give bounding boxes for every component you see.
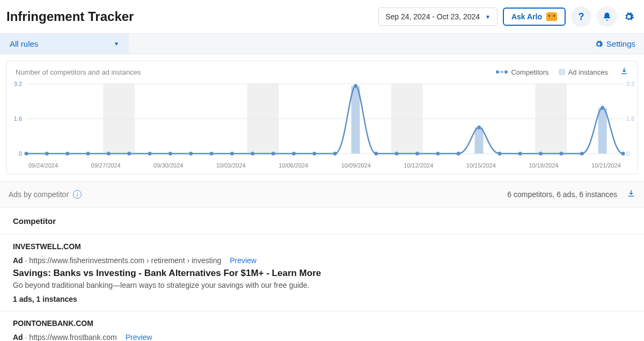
legend-competitors: Competitors xyxy=(496,68,548,76)
competitor-name: INVESTWELL.COM xyxy=(13,242,631,251)
ad-url: https://www.fisherinvestments.com › reti… xyxy=(29,256,221,265)
x-tick: 10/18/2024 xyxy=(529,162,558,169)
competitor-row: POINTONEBANK.COM Ad · https://www.frostb… xyxy=(0,311,644,341)
preview-link[interactable]: Preview xyxy=(230,256,257,265)
svg-text:0: 0 xyxy=(19,150,22,157)
x-tick: 10/03/2024 xyxy=(216,162,246,169)
chart-title: Number of competitors and ad instances xyxy=(16,68,141,76)
svg-point-20 xyxy=(107,152,111,156)
filter-toolbar: All rules ▼ Settings xyxy=(0,33,644,54)
svg-point-34 xyxy=(395,152,399,156)
svg-point-18 xyxy=(65,152,69,156)
chart-x-axis: 09/24/202409/27/202409/30/202410/03/2024… xyxy=(7,161,637,169)
info-icon[interactable]: i xyxy=(73,190,82,199)
help-icon: ? xyxy=(579,11,584,23)
svg-point-40 xyxy=(518,152,522,156)
chart-card: Number of competitors and ad instances C… xyxy=(6,61,638,175)
download-icon xyxy=(620,67,628,75)
ad-url: https://www.frostbank.com xyxy=(29,333,116,341)
summary-stats: 6 competitors, 6 ads, 6 instances xyxy=(507,190,617,199)
x-tick: 09/30/2024 xyxy=(153,162,183,169)
svg-point-31 xyxy=(333,152,337,156)
bell-icon xyxy=(602,12,612,21)
svg-point-37 xyxy=(457,152,460,156)
ask-arlo-button[interactable]: Ask Arlo xyxy=(503,8,566,26)
ad-url-line: Ad · https://www.frostbank.com Preview xyxy=(13,333,631,341)
svg-point-36 xyxy=(436,152,440,156)
legend-competitors-label: Competitors xyxy=(511,68,548,76)
svg-point-27 xyxy=(251,152,254,156)
ad-description: Go beyond traditional banking—learn ways… xyxy=(13,281,631,289)
ad-prefix: Ad xyxy=(13,256,23,265)
svg-point-41 xyxy=(539,152,543,156)
settings-link[interactable]: Settings xyxy=(586,39,644,48)
svg-point-30 xyxy=(312,152,316,156)
svg-point-32 xyxy=(354,84,357,88)
svg-point-33 xyxy=(374,152,378,156)
svg-point-23 xyxy=(169,152,172,156)
column-header: Competitor xyxy=(0,208,644,235)
notifications-button[interactable] xyxy=(597,6,617,27)
ad-url-line: Ad · https://www.fisherinvestments.com ›… xyxy=(13,256,631,265)
chart-header: Number of competitors and ad instances C… xyxy=(7,61,637,81)
help-button[interactable]: ? xyxy=(571,6,591,27)
summary-bar: Ads by competitor i 6 competitors, 6 ads… xyxy=(0,181,644,208)
chart-legend: Competitors Ad instances xyxy=(496,67,628,77)
svg-text:3.2: 3.2 xyxy=(626,81,634,87)
download-table-button[interactable] xyxy=(627,189,635,200)
svg-text:1.6: 1.6 xyxy=(626,115,634,122)
svg-point-29 xyxy=(292,152,296,156)
legend-ad-instances-label: Ad instances xyxy=(568,68,608,76)
date-range-label: Sep 24, 2024 - Oct 23, 2024 xyxy=(385,12,480,21)
competitor-list: INVESTWELL.COM Ad · https://www.fisherin… xyxy=(0,235,644,341)
svg-point-44 xyxy=(601,106,604,110)
svg-text:0: 0 xyxy=(626,150,630,157)
svg-point-39 xyxy=(497,152,501,156)
svg-point-42 xyxy=(559,152,563,156)
summary-right: 6 competitors, 6 ads, 6 instances xyxy=(507,189,635,200)
svg-rect-15 xyxy=(598,108,607,154)
page-title: Infringement Tracker xyxy=(6,9,134,24)
chevron-down-icon: ▼ xyxy=(114,41,119,47)
header-actions: Sep 24, 2024 - Oct 23, 2024 ▼ Ask Arlo ? xyxy=(378,6,635,27)
svg-text:1.6: 1.6 xyxy=(14,115,22,122)
date-range-picker[interactable]: Sep 24, 2024 - Oct 23, 2024 ▼ xyxy=(378,8,497,26)
x-tick: 10/06/2024 xyxy=(279,162,308,169)
ad-prefix: Ad xyxy=(13,333,23,341)
chart-plot: 001.61.63.23.2 xyxy=(7,81,638,161)
x-tick: 10/15/2024 xyxy=(466,162,496,169)
competitor-row: INVESTWELL.COM Ad · https://www.fisherin… xyxy=(0,235,644,311)
x-tick: 10/21/2024 xyxy=(591,162,621,169)
svg-point-16 xyxy=(25,152,28,156)
svg-text:3.2: 3.2 xyxy=(14,81,22,87)
rules-dropdown[interactable]: All rules ▼ xyxy=(0,34,129,54)
x-tick: 10/12/2024 xyxy=(404,162,433,169)
svg-rect-14 xyxy=(475,127,484,154)
preview-link[interactable]: Preview xyxy=(126,333,152,341)
svg-point-45 xyxy=(621,152,625,156)
svg-point-21 xyxy=(127,152,131,156)
chevron-down-icon: ▼ xyxy=(485,14,491,20)
svg-point-22 xyxy=(148,152,152,156)
x-tick: 09/24/2024 xyxy=(28,162,58,169)
summary-label: Ads by competitor xyxy=(9,190,69,199)
settings-label: Settings xyxy=(606,39,635,48)
download-icon xyxy=(627,189,635,198)
svg-point-26 xyxy=(230,152,234,156)
ask-arlo-label: Ask Arlo xyxy=(511,12,542,21)
page-header: Infringement Tracker Sep 24, 2024 - Oct … xyxy=(0,0,644,33)
svg-point-38 xyxy=(477,126,481,129)
x-tick: 10/09/2024 xyxy=(341,162,371,169)
svg-rect-13 xyxy=(352,86,360,154)
svg-point-24 xyxy=(189,152,193,156)
svg-point-43 xyxy=(580,152,584,156)
svg-point-25 xyxy=(210,152,214,156)
settings-gear-button[interactable] xyxy=(623,6,635,27)
summary-left: Ads by competitor i xyxy=(9,190,82,199)
download-chart-button[interactable] xyxy=(620,67,628,77)
gear-icon xyxy=(595,40,603,48)
svg-point-17 xyxy=(45,152,49,156)
ad-count: 1 ads, 1 instances xyxy=(13,295,631,303)
x-tick: 09/27/2024 xyxy=(91,162,121,169)
ad-title: Savings: Banks vs Investing - Bank Alter… xyxy=(13,268,631,279)
